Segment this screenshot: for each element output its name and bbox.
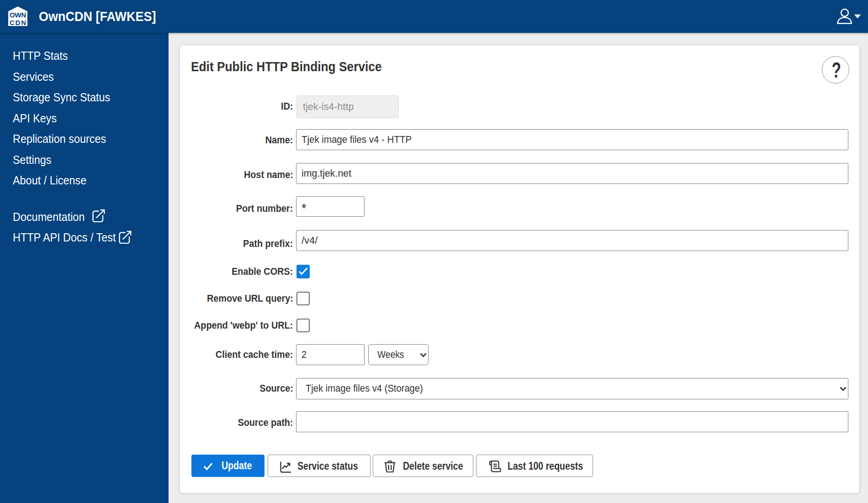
svg-text:OWN: OWN [10, 11, 26, 19]
svg-text:CDN: CDN [10, 19, 26, 26]
